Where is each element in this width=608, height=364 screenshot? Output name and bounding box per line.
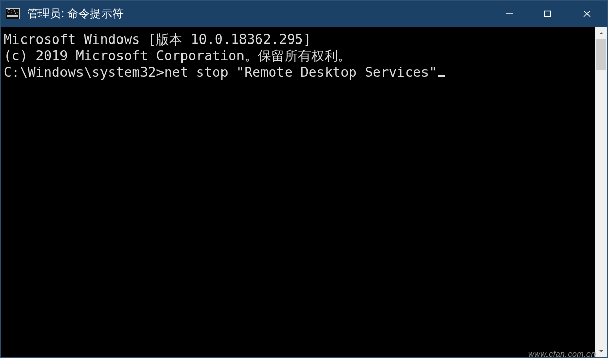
scroll-up-button[interactable] [595,27,607,39]
watermark-text: www.cfan.com.cn [528,350,596,359]
cmd-icon-text: C:\. [7,9,19,14]
prompt-line: C:\Windows\system32>net stop "Remote Des… [4,64,592,80]
cmd-window: C:\. 管理员: 命令提示符 Mi [0,0,608,358]
minimize-icon [505,10,514,18]
cmd-icon: C:\. [6,8,20,19]
chevron-up-icon [598,30,604,36]
scroll-track[interactable] [595,39,607,345]
text-cursor [438,75,445,77]
scroll-down-button[interactable] [595,345,607,357]
titlebar[interactable]: C:\. 管理员: 命令提示符 [1,1,607,27]
svg-rect-1 [545,11,551,17]
maximize-button[interactable] [529,1,566,27]
output-line: (c) 2019 Microsoft Corporation。保留所有权利。 [4,48,592,64]
scroll-thumb[interactable] [596,39,606,70]
output-line: Microsoft Windows [版本 10.0.18362.295] [4,31,592,48]
prompt: C:\Windows\system32> [4,65,164,80]
cmd-icon-bar [7,15,18,17]
window-controls [491,1,607,27]
chevron-down-icon [598,348,604,354]
close-button[interactable] [566,1,607,27]
vertical-scrollbar[interactable] [595,27,607,357]
typed-command: net stop "Remote Desktop Services" [164,65,437,80]
terminal-output[interactable]: Microsoft Windows [版本 10.0.18362.295](c)… [1,27,595,357]
minimize-button[interactable] [491,1,529,27]
window-title: 管理员: 命令提示符 [27,6,124,22]
client-area: Microsoft Windows [版本 10.0.18362.295](c)… [1,27,607,357]
close-icon [582,9,592,18]
maximize-icon [543,10,552,18]
